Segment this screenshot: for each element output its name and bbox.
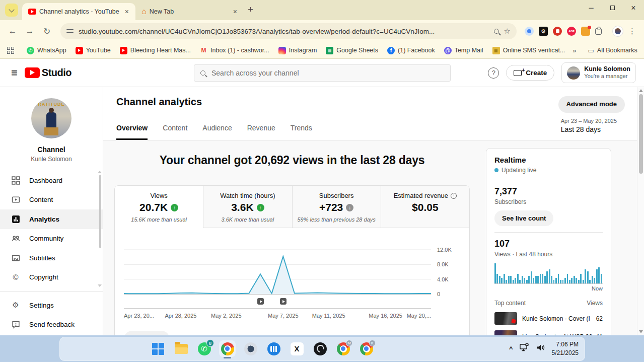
bookmarks-bar: ✆WhatsApp YouTube Bleeding Heart Mas... … [0, 42, 644, 59]
metric-card-subscribers[interactable]: Subscribers +723↓ 59% less than previous… [293, 186, 381, 228]
speaker-icon[interactable] [536, 344, 545, 353]
tab-audience[interactable]: Audience [202, 117, 232, 140]
browser-profile-avatar[interactable] [612, 26, 623, 37]
sidebar-scrollbar[interactable] [99, 175, 101, 248]
window-close-button[interactable]: × [623, 0, 644, 17]
tab-overview[interactable]: Overview [116, 117, 148, 140]
sidebar-item-copyright[interactable]: © Copyright [0, 268, 103, 287]
bookmark-instagram[interactable]: Instagram [278, 47, 317, 54]
sms-grid-icon: ▦ [492, 47, 500, 54]
bookmark-facebook[interactable]: f(1) Facebook [387, 47, 435, 54]
bookmark-whatsapp[interactable]: ✆WhatsApp [27, 47, 66, 54]
tray-expand-icon[interactable]: ^ [509, 345, 513, 352]
sidebar-item-community[interactable]: Community [0, 229, 103, 249]
video-publish-marker-icon[interactable] [280, 298, 287, 305]
extensions-puzzle-icon[interactable] [595, 28, 602, 35]
bookmarks-overflow-icon[interactable]: » [573, 47, 576, 54]
studio-logo[interactable]: Studio [25, 67, 71, 79]
zoom-icon[interactable] [494, 29, 499, 34]
bookmark-online-sms[interactable]: ▦Online SMS verificat... [492, 47, 565, 54]
create-button[interactable]: Create [506, 65, 554, 81]
site-settings-icon[interactable] [66, 28, 74, 34]
scroll-down-icon[interactable] [639, 330, 643, 333]
see-more-button[interactable]: See more [124, 331, 170, 335]
video-publish-marker-icon[interactable] [257, 298, 264, 305]
extension-abp-icon[interactable]: ABP [567, 27, 576, 36]
tab-trends[interactable]: Trends [291, 117, 312, 140]
all-bookmarks[interactable]: ▭All Bookmarks [588, 47, 637, 54]
views-line-chart[interactable] [124, 249, 431, 297]
browser-menu-icon[interactable]: ⋮ [625, 27, 639, 36]
sidebar-item-subtitles[interactable]: Subtitles [0, 248, 103, 268]
bookmark-inbox[interactable]: MInbox (1) - cashwor... [200, 47, 269, 54]
browser-tab-active[interactable]: Channel analytics - YouTube Stu × [22, 3, 135, 20]
sidebar-item-send-feedback[interactable]: Send feedback [0, 315, 103, 335]
card-value: +723 [319, 201, 343, 213]
channel-avatar[interactable]: RATITUDE [31, 98, 71, 138]
see-live-count-button[interactable]: See live count [494, 210, 553, 226]
date-range-picker[interactable]: Apr 23 – May 20, 2025 Last 28 days [561, 118, 617, 133]
sidebar-scroll-down-icon[interactable] [98, 284, 102, 287]
forward-button[interactable]: → [22, 26, 37, 36]
url-input[interactable] [79, 28, 489, 35]
window-minimize-button[interactable]: ─ [581, 0, 602, 17]
advanced-mode-button[interactable]: Advanced mode [558, 96, 625, 113]
instagram-icon [278, 47, 286, 54]
clock-date-display[interactable]: 7:06 PM 5/21/2025 [552, 340, 579, 356]
metric-card-revenue[interactable]: Estimated revenue $0.05 [381, 186, 469, 228]
bookmark-star-icon[interactable]: ☆ [504, 27, 511, 36]
sidebar-item-settings[interactable]: ⚙ Settings [0, 296, 103, 315]
extension-home-icon[interactable] [525, 27, 534, 36]
chrome-button-active[interactable] [221, 342, 234, 355]
back-button[interactable]: ← [5, 26, 20, 36]
new-tab-button[interactable]: + [248, 4, 253, 15]
sidebar-item-content[interactable]: Content [0, 190, 103, 210]
video-editor-button[interactable] [267, 342, 280, 355]
chrome-profile-k-button[interactable]: K [360, 342, 373, 355]
top-content-row[interactable]: Kunle Solomon - Cover (I Ca... 62 [494, 312, 603, 325]
tab-close-icon[interactable]: × [232, 8, 239, 16]
hamburger-menu-icon[interactable]: ≡ [11, 66, 18, 80]
tray-date: 5/21/2025 [552, 349, 579, 357]
top-content-row[interactable]: Live Orchestra At WSB 30th ... 11 [494, 330, 603, 335]
sidebar-item-analytics[interactable]: Analytics [0, 209, 103, 229]
extension-monkey-icon[interactable] [581, 27, 590, 36]
tab-search-button[interactable] [5, 4, 18, 17]
bookmark-bleeding-heart[interactable]: Bleeding Heart Mas... [120, 47, 191, 54]
scrollbar-thumb[interactable] [639, 94, 643, 174]
apps-grid-icon[interactable] [7, 47, 14, 54]
bookmark-google-sheets[interactable]: ▦Google Sheets [326, 47, 378, 54]
tab-content[interactable]: Content [163, 117, 187, 140]
help-icon[interactable]: ? [488, 67, 499, 79]
browser-tab-newtab[interactable]: ⌂ New Tab × [135, 3, 244, 20]
sidebar-item-dashboard[interactable]: Dashboard [0, 171, 103, 190]
scroll-up-icon[interactable] [639, 89, 643, 92]
start-button[interactable] [151, 342, 165, 355]
url-bar[interactable]: ☆ [60, 23, 517, 39]
page-scrollbar[interactable] [637, 87, 644, 335]
reload-button[interactable]: ↻ [39, 26, 54, 37]
metric-card-views[interactable]: Views 20.7K↑ 15.6K more than usual [115, 186, 203, 228]
window-maximize-button[interactable] [602, 0, 623, 17]
feedback-icon [11, 320, 20, 329]
network-icon[interactable] [520, 343, 530, 354]
bookmark-temp-mail[interactable]: @Temp Mail [444, 47, 483, 54]
tab-close-icon[interactable]: × [123, 8, 130, 16]
sidebar-scroll-up-icon[interactable] [98, 171, 102, 173]
capcut-button[interactable]: X [290, 342, 304, 355]
file-explorer-button[interactable] [174, 342, 188, 355]
studio-search-input[interactable] [211, 69, 444, 77]
openshot-button[interactable] [244, 342, 257, 355]
tab-title: New Tab [150, 8, 229, 15]
whatsapp-button[interactable]: ✆8 [197, 342, 211, 355]
bookmark-youtube[interactable]: YouTube [76, 47, 111, 54]
tab-revenue[interactable]: Revenue [247, 117, 275, 140]
chrome-profile-m-button[interactable]: M [336, 342, 350, 355]
studio-search-bar[interactable] [194, 64, 451, 82]
account-role: You're a manager [584, 73, 630, 80]
account-chip[interactable]: Kunle Solomon You're a manager [561, 62, 636, 83]
extension-adblock-hand-icon[interactable] [553, 27, 562, 36]
metric-card-watch-time[interactable]: Watch time (hours) 3.6K↑ 3.6K more than … [203, 186, 292, 228]
extension-gear-icon[interactable]: ⚙ [539, 27, 548, 36]
obs-button[interactable] [313, 342, 327, 355]
